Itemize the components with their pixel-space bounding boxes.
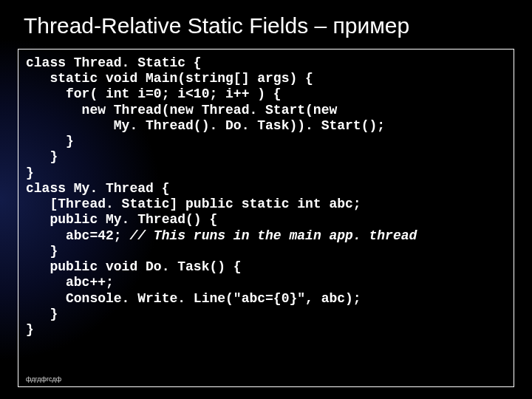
code-line: new Thread(new Thread. Start(new: [26, 103, 337, 117]
code-line: }: [26, 307, 58, 321]
code-block: class Thread. Static { static void Main(…: [18, 49, 514, 387]
code-line: }: [26, 322, 34, 337]
code-line: abc=42;: [26, 228, 129, 243]
code-comment: // This runs in the main app. thread: [129, 228, 417, 243]
footer-text: фдгдфгсдф: [26, 375, 61, 383]
code-line: abc++;: [26, 275, 114, 290]
code-line: }: [26, 166, 34, 180]
code-line: class My. Thread {: [26, 181, 169, 196]
code-line: }: [26, 149, 58, 164]
code-line: }: [26, 134, 74, 149]
code-line: My. Thread(). Do. Task)). Start();: [26, 118, 385, 133]
code-line: static void Main(string[] args) {: [26, 71, 313, 86]
code-line: }: [26, 244, 58, 259]
slide: Thread-Relative Static Fields – пример c…: [0, 0, 532, 399]
code-line: public void Do. Task() {: [26, 259, 242, 274]
code-line: for( int i=0; i<10; i++ ) {: [26, 86, 282, 101]
page-title: Thread-Relative Static Fields – пример: [24, 13, 514, 38]
code-line: public My. Thread() {: [26, 212, 217, 227]
code-line: class Thread. Static {: [26, 55, 202, 70]
code-line: Console. Write. Line("abc={0}", abc);: [26, 291, 361, 306]
code-line: [Thread. Static] public static int abc;: [26, 197, 361, 211]
